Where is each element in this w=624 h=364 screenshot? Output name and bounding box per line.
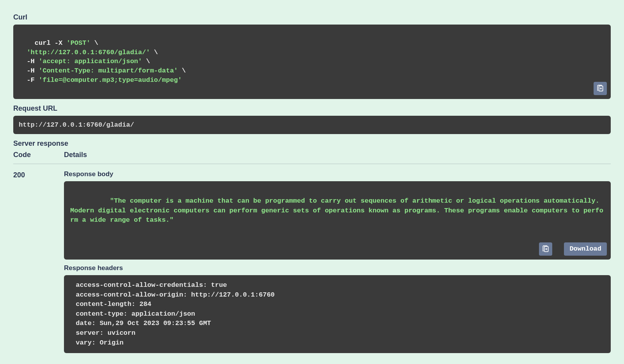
server-response-heading: Server response bbox=[13, 140, 611, 148]
response-body: "The computer is a machine that can be p… bbox=[64, 181, 611, 259]
code-column-header: Code bbox=[13, 151, 64, 159]
curl-code: curl -X 'POST' \ 'http://127.0.0.1:6760/… bbox=[13, 25, 611, 99]
response-row: 200 Response body "The computer is a mac… bbox=[13, 170, 611, 353]
response-body-text: "The computer is a machine that can be p… bbox=[70, 197, 603, 224]
clipboard-icon bbox=[596, 85, 604, 92]
request-url-section: Request URL http://127.0.0.1:6760/gladia… bbox=[13, 104, 611, 134]
curl-heading: Curl bbox=[13, 13, 611, 21]
response-table: Code Details 200 Response body "The comp… bbox=[13, 151, 611, 353]
response-table-header: Code Details bbox=[13, 151, 611, 164]
response-headers-heading: Response headers bbox=[64, 264, 611, 272]
details-column-header: Details bbox=[64, 151, 611, 159]
response-headers: access-control-allow-credentials: true a… bbox=[64, 275, 611, 353]
status-code: 200 bbox=[13, 170, 64, 179]
request-url-heading: Request URL bbox=[13, 104, 611, 113]
details-column: Response body "The computer is a machine… bbox=[64, 170, 611, 353]
server-response-section: Server response Code Details 200 Respons… bbox=[13, 140, 611, 353]
copy-body-button[interactable] bbox=[539, 242, 552, 256]
clipboard-icon bbox=[542, 245, 550, 253]
request-url-value: http://127.0.0.1:6760/gladia/ bbox=[13, 116, 611, 134]
download-button[interactable]: Download bbox=[564, 242, 607, 256]
curl-section: Curl curl -X 'POST' \ 'http://127.0.0.1:… bbox=[13, 13, 611, 99]
response-body-heading: Response body bbox=[64, 170, 611, 178]
copy-curl-button[interactable] bbox=[594, 82, 607, 95]
